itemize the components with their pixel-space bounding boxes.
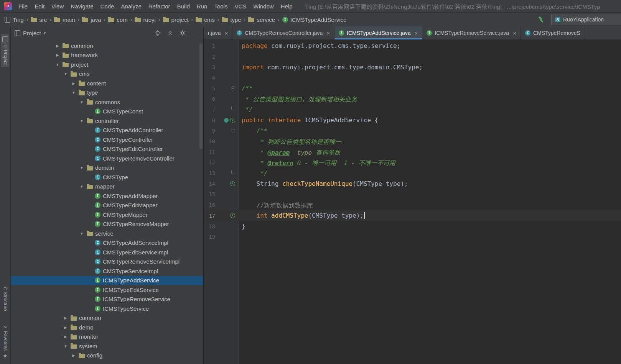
tree-item-CMSTypeController[interactable]: CCMSTypeController [11,135,203,144]
tree-item-ICMSTypeEditService[interactable]: IICMSTypeEditService [11,285,203,295]
tool-button-structure[interactable]: 7: Structure [2,284,9,313]
expand-arrow-icon[interactable]: ▼ [79,100,84,104]
tree-item-demo[interactable]: ▶demo [11,323,203,332]
tree-item-framework[interactable]: ▶framework [11,51,203,60]
implementations-icon[interactable] [230,118,235,123]
breadcrumb-cms[interactable]: cms [196,16,215,23]
tool-button-favorites[interactable]: 2: Favorites ★ [2,323,9,361]
line-number[interactable]: 2 [204,54,215,60]
expand-arrow-icon[interactable]: ▶ [71,353,76,357]
fold-start-icon[interactable] [231,129,235,133]
editor-tab-ICMSTypeRemoveService.java[interactable]: IICMSTypeRemoveService.java× [422,26,521,39]
fold-end-icon[interactable] [231,170,235,174]
tree-item-CMSTypeAddController[interactable]: CCMSTypeAddController [11,126,203,135]
tree-item-CMSTypeRemoveMapper[interactable]: ICMSTypeRemoveMapper [11,220,203,229]
run-configuration-select[interactable]: R RuoYiApplication [551,14,621,25]
line-number[interactable]: 7 [204,107,215,113]
code-line-11[interactable]: 11 * @param type 查询参数 [204,147,621,157]
line-number[interactable]: 1 [204,43,215,49]
code-line-17[interactable]: 17 int addCMSType(CMSType type); [204,210,621,221]
expand-arrow-icon[interactable]: ▼ [79,184,84,189]
code-line-15[interactable]: 15 [204,189,621,200]
tree-item-mapper[interactable]: ▼mapper [11,182,203,192]
tree-item-cms[interactable]: ▼cms [11,69,203,79]
code-line-14[interactable]: 14 String checkTypeNameUnique(CMSType ty… [204,179,621,189]
expand-arrow-icon[interactable]: ▶ [63,316,68,320]
expand-arrow-icon[interactable]: ▼ [79,119,84,123]
tree-scrollbar[interactable] [199,43,203,149]
menu-edit[interactable]: Edit [31,3,48,10]
editor-tab-CMSTypeRemoveController.java[interactable]: CCMSTypeRemoveController.java× [232,26,334,39]
tree-item-CMSTypeServiceImpl[interactable]: CCMSTypeServiceImpl [11,266,203,276]
breadcrumb-type[interactable]: type [222,16,241,23]
tree-item-service[interactable]: ▼service [11,229,203,238]
fold-start-icon[interactable] [231,86,235,90]
line-number[interactable]: 12 [204,159,215,166]
code-line-18[interactable]: 18} [204,221,621,232]
expand-arrow-icon[interactable]: ▼ [63,72,68,76]
line-number[interactable]: 3 [204,64,215,70]
locate-file-icon[interactable] [155,30,161,36]
expand-arrow-icon[interactable]: ▶ [55,44,60,48]
tree-item-CMSTypeAddServiceImpl[interactable]: CCMSTypeAddServiceImpl [11,238,203,248]
line-number[interactable]: 6 [204,96,215,102]
line-number[interactable]: 11 [204,149,215,155]
tree-item-ICMSTypeService[interactable]: IICMSTypeService [11,304,203,313]
code-line-16[interactable]: 16 //新增数据到数据库 [204,200,621,210]
tree-item-system[interactable]: ▼system [11,341,203,351]
line-number[interactable]: 19 [204,234,215,240]
code-line-2[interactable]: 2 [204,51,621,62]
code-line-9[interactable]: 9 /** [204,126,621,136]
menu-window[interactable]: Window [250,3,277,10]
line-number[interactable]: 15 [204,191,215,197]
implementations-icon[interactable] [230,213,235,218]
tab-close-icon[interactable]: × [224,30,228,36]
menu-analyze[interactable]: Analyze [117,3,145,10]
tree-item-CMSTypeEditServiceImpl[interactable]: CCMSTypeEditServiceImpl [11,248,203,257]
menu-tools[interactable]: Tools [211,3,231,10]
tab-close-icon[interactable]: × [415,30,418,36]
tree-item-domain[interactable]: ▼domain [11,163,203,173]
line-number[interactable]: 14 [204,181,215,187]
code-line-19[interactable]: 19 [204,231,621,242]
code-line-12[interactable]: 12 * @return 0 - 唯一可用 1 - 不唯一不可用 [204,157,621,168]
project-dropdown-caret-icon[interactable]: ▾ [44,31,46,36]
code-line-7[interactable]: 7 */ [204,104,621,115]
settings-gear-icon[interactable] [180,30,186,36]
tree-item-CMSTypeAddMapper[interactable]: ICMSTypeAddMapper [11,191,203,201]
breadcrumb-src[interactable]: src [31,16,47,23]
code-line-13[interactable]: 13 */ [204,168,621,179]
code-line-6[interactable]: 6 * 公告类型服务接口，处理新增相关业务 [204,93,621,104]
menu-view[interactable]: View [48,3,67,10]
fold-end-icon[interactable] [231,107,235,110]
breadcrumb-main[interactable]: main [54,16,75,23]
tree-item-type[interactable]: ▼type [11,88,203,98]
tree-item-CMSTypeEditController[interactable]: CCMSTypeEditController [11,144,203,154]
code-line-3[interactable]: 3import com.ruoyi.project.cms.type.domai… [204,62,621,72]
tree-item-CMSTypeMapper[interactable]: ICMSTypeMapper [11,210,203,220]
tree-item-commons[interactable]: ▼commons [11,97,203,107]
project-panel-title[interactable]: Project [23,30,41,36]
code-line-8[interactable]: 8public interface ICMSTypeAddService { [204,115,621,126]
editor-tab-ICMSTypeAddService.java[interactable]: IICMSTypeAddService.java× [334,26,422,39]
tree-item-CMSType[interactable]: CCMSType [11,172,203,182]
tree-item-CMSTypeRemoveServiceImpl[interactable]: CCMSTypeRemoveServiceImpl [11,257,203,267]
collapse-all-icon[interactable] [167,30,173,36]
line-number[interactable]: 9 [204,128,215,134]
tree-item-controller[interactable]: ▼controller [11,116,203,126]
menu-refactor[interactable]: Refactor [145,3,174,10]
tab-close-icon[interactable]: × [513,30,516,36]
breadcrumb-ting[interactable]: Ting [5,16,24,23]
breadcrumb-java[interactable]: java [82,16,101,23]
menu-navigate[interactable]: Navigate [67,3,97,10]
implementations-icon[interactable] [230,181,235,186]
build-hammer-icon[interactable] [538,16,545,23]
breadcrumb-project[interactable]: project [163,16,189,23]
tree-item-CMSTypeEditMapper[interactable]: ICMSTypeEditMapper [11,201,203,210]
breadcrumb-service[interactable]: service [248,16,275,23]
menu-file[interactable]: File [15,3,31,10]
breadcrumb-ruoyi[interactable]: ruoyi [135,16,156,23]
tree-item-common[interactable]: ▶common [11,41,203,51]
menu-code[interactable]: Code [97,3,118,10]
expand-arrow-icon[interactable]: ▶ [55,53,60,57]
